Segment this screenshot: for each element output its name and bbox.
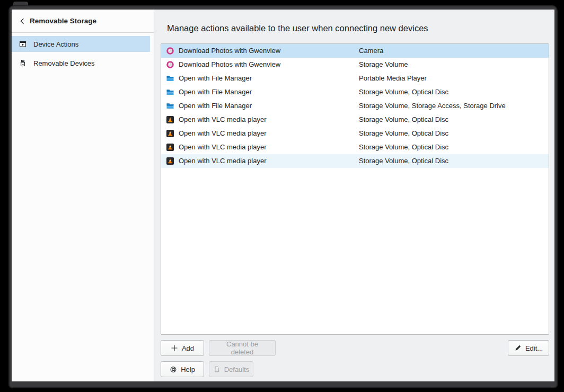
device-action-row[interactable]: Open with File Manager Storage Volume, O… [161, 85, 549, 99]
vlc-icon [166, 115, 174, 124]
back-button[interactable]: Removable Storage [12, 10, 154, 33]
defaults-button-label: Defaults [224, 366, 250, 373]
device-action-row[interactable]: Open with VLC media player Storage Volum… [161, 113, 549, 127]
device-action-row[interactable]: Download Photos with Gwenview Storage Vo… [161, 58, 549, 72]
device-types-label: Camera [359, 44, 383, 58]
device-types-label: Storage Volume, Optical Disc [359, 113, 448, 127]
defaults-document-icon [213, 366, 221, 373]
vlc-icon [166, 129, 174, 138]
settings-window: Removable Storage Device Actions [10, 6, 557, 387]
folder-icon [166, 102, 174, 110]
add-button[interactable]: Add [161, 340, 204, 356]
edit-button[interactable]: Edit... [508, 340, 549, 356]
screen-background: Removable Storage Device Actions [0, 0, 564, 392]
help-button[interactable]: Help [161, 361, 204, 377]
device-types-label: Storage Volume, Optical Disc [359, 154, 448, 168]
window-body: Removable Storage Device Actions [12, 10, 554, 381]
sidebar-title: Removable Storage [30, 17, 96, 25]
sidebar-item-list: Device Actions Removable [12, 36, 150, 74]
chevron-left-icon [19, 18, 25, 24]
add-button-label: Add [182, 344, 194, 352]
action-label: Open with VLC media player [179, 140, 266, 154]
sidebar-item-label: Device Actions [33, 40, 78, 48]
device-action-row[interactable]: Download Photos with Gwenview Camera [161, 44, 549, 58]
defaults-button-disabled: Defaults [209, 361, 253, 377]
delete-button-label: Cannot be deleted [216, 340, 269, 356]
gwenview-icon [166, 60, 174, 69]
vlc-icon [166, 157, 174, 165]
sidebar-item-device-actions[interactable]: Device Actions [12, 36, 150, 52]
action-label: Download Photos with Gwenview [179, 58, 280, 72]
device-action-row[interactable]: Open with VLC media player Storage Volum… [161, 154, 549, 168]
usb-drive-icon [19, 59, 27, 67]
help-buoy-icon [170, 366, 177, 373]
action-label: Open with File Manager [179, 85, 252, 99]
device-types-label: Storage Volume, Optical Disc [359, 85, 448, 99]
action-label: Open with VLC media player [179, 154, 266, 168]
device-action-row[interactable]: Open with File Manager Portable Media Pl… [161, 72, 549, 85]
edit-button-label: Edit... [525, 344, 543, 352]
sidebar-item-label: Removable Devices [33, 59, 95, 67]
device-types-label: Storage Volume, Optical Disc [359, 127, 448, 140]
help-button-label: Help [181, 366, 195, 373]
delete-button-disabled: Cannot be deleted [209, 340, 276, 356]
device-actions-list: Download Photos with Gwenview Camera Dow… [161, 43, 549, 335]
action-label: Open with File Manager [179, 99, 252, 113]
folder-icon [166, 88, 174, 96]
vlc-icon [166, 143, 174, 152]
gwenview-icon [166, 47, 174, 55]
main-pane: Manage actions available to the user whe… [155, 10, 554, 381]
device-types-label: Portable Media Player [359, 72, 427, 85]
device-types-label: Storage Volume, Storage Access, Storage … [359, 99, 506, 113]
action-label: Open with VLC media player [179, 113, 266, 127]
device-action-row[interactable]: Open with File Manager Storage Volume, S… [161, 99, 549, 113]
sidebar-item-removable-devices[interactable]: Removable Devices [12, 55, 150, 71]
plus-icon [171, 344, 178, 352]
action-label: Open with VLC media player [179, 127, 266, 140]
media-player-icon [19, 40, 27, 48]
pencil-icon [514, 344, 522, 352]
action-label: Download Photos with Gwenview [179, 44, 280, 58]
sidebar: Removable Storage Device Actions [12, 10, 154, 381]
device-action-row[interactable]: Open with VLC media player Storage Volum… [161, 140, 549, 154]
folder-icon [166, 74, 174, 83]
device-types-label: Storage Volume [359, 58, 408, 72]
action-label: Open with File Manager [179, 72, 252, 85]
device-types-label: Storage Volume, Optical Disc [359, 140, 448, 154]
device-action-row[interactable]: Open with VLC media player Storage Volum… [161, 127, 549, 140]
page-title: Manage actions available to the user whe… [167, 23, 428, 33]
